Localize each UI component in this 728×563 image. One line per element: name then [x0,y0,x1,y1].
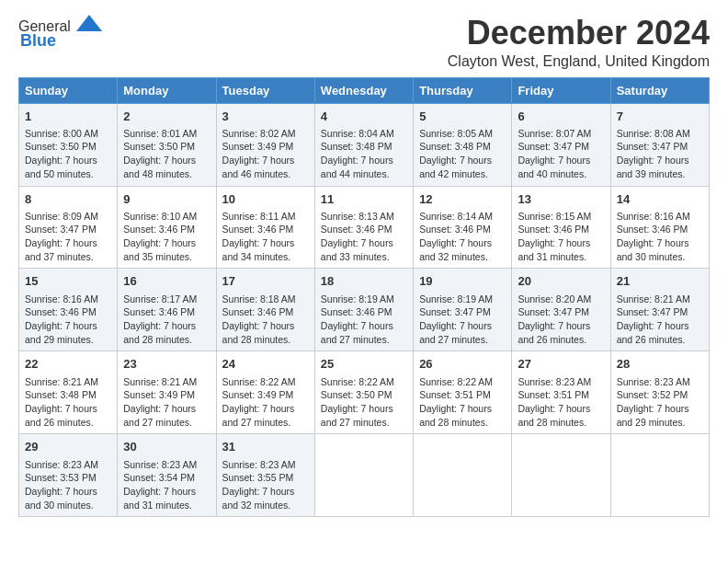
sunrise-text: Sunrise: 8:09 AM [25,211,98,222]
day-number: 2 [123,109,210,125]
daylight-text: Daylight: 7 hours and 42 minutes. [419,155,492,179]
sunrise-text: Sunrise: 8:22 AM [419,376,493,387]
sunset-text: Sunset: 3:50 PM [321,389,392,400]
day-number: 21 [617,273,703,290]
day-number: 16 [123,273,210,290]
daylight-text: Daylight: 7 hours and 29 minutes. [617,403,689,428]
sunrise-text: Sunrise: 8:18 AM [222,293,296,304]
daylight-text: Daylight: 7 hours and 28 minutes. [518,403,590,428]
table-row: 23Sunrise: 8:21 AMSunset: 3:49 PMDayligh… [118,351,216,434]
sunset-text: Sunset: 3:49 PM [222,389,294,400]
calendar-week-row: 29Sunrise: 8:23 AMSunset: 3:53 PMDayligh… [19,434,710,517]
sunset-text: Sunset: 3:46 PM [222,306,294,317]
table-row: 6Sunrise: 8:07 AMSunset: 3:47 PMDaylight… [512,103,610,186]
day-number: 19 [419,273,506,290]
daylight-text: Daylight: 7 hours and 32 minutes. [419,237,492,262]
sunrise-text: Sunrise: 8:00 AM [25,128,98,139]
sunrise-text: Sunrise: 8:22 AM [222,376,296,387]
table-row: 1Sunrise: 8:00 AMSunset: 3:50 PMDaylight… [19,103,118,186]
day-number: 7 [617,109,703,125]
day-number: 13 [518,191,604,208]
calendar-week-row: 22Sunrise: 8:21 AMSunset: 3:48 PMDayligh… [19,351,710,434]
daylight-text: Daylight: 7 hours and 39 minutes. [617,155,689,179]
sunset-text: Sunset: 3:47 PM [617,306,688,317]
page-header: General Blue December 2024 Clayton West,… [18,15,710,70]
daylight-text: Daylight: 7 hours and 33 minutes. [321,237,393,262]
sunset-text: Sunset: 3:51 PM [419,389,491,400]
title-area: December 2024 Clayton West, England, Uni… [448,15,710,70]
table-row [610,434,709,517]
day-number: 10 [222,191,309,208]
sunset-text: Sunset: 3:46 PM [222,224,294,235]
col-wednesday: Wednesday [314,77,413,103]
daylight-text: Daylight: 7 hours and 32 minutes. [222,486,295,511]
table-row: 21Sunrise: 8:21 AMSunset: 3:47 PMDayligh… [610,269,709,351]
daylight-text: Daylight: 7 hours and 48 minutes. [123,155,196,179]
table-row: 18Sunrise: 8:19 AMSunset: 3:46 PMDayligh… [314,269,413,351]
sunrise-text: Sunrise: 8:23 AM [222,459,296,470]
sunset-text: Sunset: 3:46 PM [321,224,392,235]
day-number: 4 [321,109,407,125]
daylight-text: Daylight: 7 hours and 27 minutes. [321,320,393,345]
sunset-text: Sunset: 3:46 PM [617,224,688,235]
col-thursday: Thursday [414,77,512,103]
day-number: 25 [321,356,407,373]
col-monday: Monday [118,77,216,103]
daylight-text: Daylight: 7 hours and 31 minutes. [518,237,590,262]
daylight-text: Daylight: 7 hours and 28 minutes. [222,320,295,345]
sunrise-text: Sunrise: 8:23 AM [123,459,197,470]
day-number: 22 [25,356,111,373]
day-number: 5 [419,109,506,125]
day-number: 31 [222,439,309,455]
sunset-text: Sunset: 3:47 PM [25,224,97,235]
table-row: 20Sunrise: 8:20 AMSunset: 3:47 PMDayligh… [512,269,610,351]
table-row: 9Sunrise: 8:10 AMSunset: 3:46 PMDaylight… [118,186,216,269]
table-row: 4Sunrise: 8:04 AMSunset: 3:48 PMDaylight… [314,103,413,186]
day-number: 29 [25,439,111,455]
sunrise-text: Sunrise: 8:16 AM [617,211,690,222]
sunrise-text: Sunrise: 8:01 AM [123,128,197,139]
table-row: 22Sunrise: 8:21 AMSunset: 3:48 PMDayligh… [19,351,118,434]
daylight-text: Daylight: 7 hours and 28 minutes. [419,403,492,428]
day-number: 1 [25,109,111,125]
sunset-text: Sunset: 3:55 PM [222,472,294,483]
sunrise-text: Sunrise: 8:08 AM [617,128,690,139]
col-saturday: Saturday [610,77,709,103]
daylight-text: Daylight: 7 hours and 28 minutes. [123,320,196,345]
sunset-text: Sunset: 3:51 PM [518,389,589,400]
calendar-week-row: 1Sunrise: 8:00 AMSunset: 3:50 PMDaylight… [19,103,710,186]
daylight-text: Daylight: 7 hours and 27 minutes. [123,403,196,428]
daylight-text: Daylight: 7 hours and 44 minutes. [321,155,393,179]
sunrise-text: Sunrise: 8:20 AM [518,293,591,304]
day-number: 28 [617,356,703,373]
table-row: 30Sunrise: 8:23 AMSunset: 3:54 PMDayligh… [118,434,216,517]
daylight-text: Daylight: 7 hours and 37 minutes. [25,237,97,262]
location-title: Clayton West, England, United Kingdom [448,53,710,70]
table-row [414,434,512,517]
calendar-week-row: 15Sunrise: 8:16 AMSunset: 3:46 PMDayligh… [19,269,710,351]
daylight-text: Daylight: 7 hours and 31 minutes. [123,486,196,511]
sunrise-text: Sunrise: 8:17 AM [123,293,197,304]
daylight-text: Daylight: 7 hours and 30 minutes. [25,486,97,511]
day-number: 17 [222,273,309,290]
sunset-text: Sunset: 3:46 PM [123,224,195,235]
sunset-text: Sunset: 3:50 PM [123,141,195,152]
table-row: 19Sunrise: 8:19 AMSunset: 3:47 PMDayligh… [414,269,512,351]
sunset-text: Sunset: 3:47 PM [419,306,491,317]
daylight-text: Daylight: 7 hours and 26 minutes. [518,320,590,345]
table-row: 11Sunrise: 8:13 AMSunset: 3:46 PMDayligh… [314,186,413,269]
svg-marker-0 [76,15,102,31]
sunset-text: Sunset: 3:46 PM [25,306,97,317]
table-row: 29Sunrise: 8:23 AMSunset: 3:53 PMDayligh… [19,434,118,517]
sunrise-text: Sunrise: 8:16 AM [25,293,98,304]
sunrise-text: Sunrise: 8:23 AM [518,376,591,387]
sunrise-text: Sunrise: 8:14 AM [419,211,493,222]
table-row: 27Sunrise: 8:23 AMSunset: 3:51 PMDayligh… [512,351,610,434]
table-row: 14Sunrise: 8:16 AMSunset: 3:46 PMDayligh… [610,186,709,269]
day-number: 8 [25,191,111,208]
sunset-text: Sunset: 3:46 PM [518,224,589,235]
day-number: 24 [222,356,309,373]
sunrise-text: Sunrise: 8:21 AM [25,376,98,387]
sunset-text: Sunset: 3:48 PM [25,389,97,400]
table-row: 8Sunrise: 8:09 AMSunset: 3:47 PMDaylight… [19,186,118,269]
